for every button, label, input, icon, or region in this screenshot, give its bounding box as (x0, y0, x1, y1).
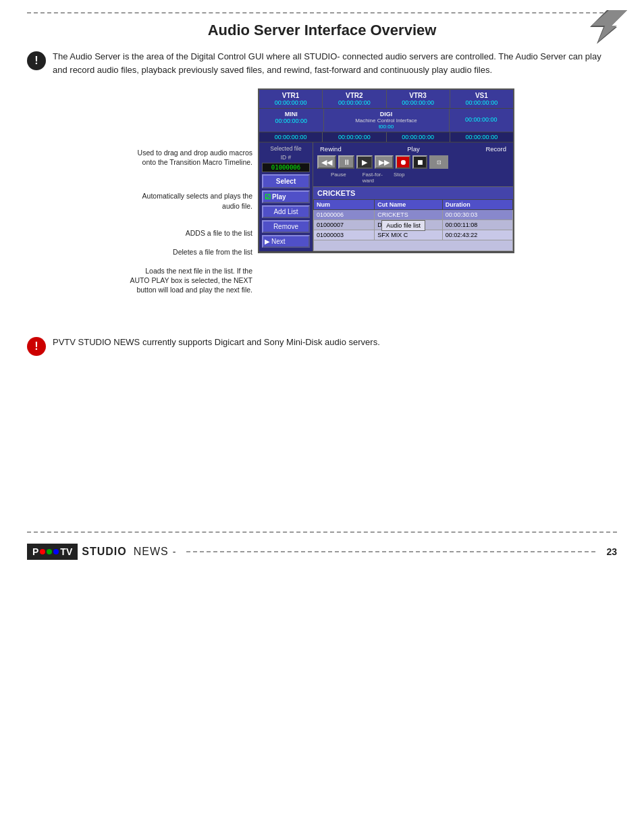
play-btn-label: Play (272, 193, 286, 201)
footer-studio-label: STUDIO (82, 546, 126, 558)
audio-file-list-overlay: Audio file list (381, 220, 425, 231)
col-num: Num (314, 200, 375, 210)
file-duration-2: 00:00:11:08 (442, 220, 512, 230)
mini-time: 00:00:00:00 (261, 118, 322, 124)
id-value: 01000006 (262, 163, 310, 172)
tc4: 00:00:00:00 (450, 132, 513, 142)
vtr2-cell: VTR2 00:00:00:00 (323, 90, 386, 108)
select-button[interactable]: Select (262, 174, 310, 188)
top-divider (27, 12, 617, 14)
pause-label: Pause (331, 172, 346, 184)
stop-label: Stop (394, 172, 404, 184)
vtr1-name: VTR1 (261, 92, 321, 99)
file-num-1: 01000006 (314, 210, 375, 220)
file-name-3: SFX MIX C (375, 230, 442, 240)
intro-text: The Audio Server is the area of the Digi… (53, 50, 617, 76)
next-arrow-icon: ▶ (265, 238, 270, 245)
intro-note-box: ! The Audio Server is the area of the Di… (27, 50, 617, 76)
tc1: 00:00:00:00 (259, 132, 323, 142)
crickets-row: CRICKETS (313, 186, 513, 199)
rpr-row: Rewind Play Record (313, 142, 513, 153)
digi-time: t00:00 (325, 124, 448, 130)
stop-btn[interactable]: ⏹ (412, 155, 427, 169)
rewind-btn[interactable]: ◀◀ (317, 155, 336, 169)
machine-control-label: Machine Control Interface (325, 118, 448, 124)
record-label: Record (485, 145, 506, 153)
ff-btn[interactable]: ▶▶ (375, 155, 394, 169)
current-cut-name: CRICKETS (317, 189, 355, 197)
vtr3-cell: VTR3 00:00:00:00 (387, 90, 450, 108)
vtr-header-row: VTR1 00:00:00:00 VTR2 00:00:00:00 VTR3 0… (259, 90, 513, 109)
file-duration-3: 00:02:43:22 (442, 230, 512, 240)
mini-cell: MINI 00:00:00:00 (259, 109, 324, 132)
table-row[interactable]: 01000007 DUCKS Audio file list 00:00:11:… (314, 220, 513, 230)
file-num-2: 01000007 (314, 220, 375, 230)
table-row[interactable]: 01000003 SFX MIX C 00:02:43:22 (314, 230, 513, 240)
dot-red (40, 549, 45, 554)
id-label: ID # (262, 154, 310, 161)
vs1-cell: VS1 00:00:00:00 (450, 90, 513, 108)
file-name-1: CRICKETS (375, 210, 442, 220)
play-label: Play (348, 145, 479, 153)
add-list-button[interactable]: Add List (262, 205, 310, 218)
logo-tv: TV (60, 546, 72, 557)
tc-row: 00:00:00:00 00:00:00:00 00:00:00:00 00:0… (259, 132, 513, 142)
callouts-left: Used to drag and drop audio macros onto … (130, 88, 258, 295)
bottom-note-box: ! PVTV STUDIO NEWS currently supports Di… (27, 336, 617, 356)
vtr2-time: 00:00:00:00 (324, 99, 384, 106)
file-list-table: Num Cut Name Duration 01000006 CRICKETS … (313, 199, 513, 251)
tc-cell2: 00:00:00:00 (450, 109, 514, 132)
file-duration-1: 00:00:30:03 (442, 210, 512, 220)
mini-label: MINI (261, 111, 322, 118)
audio-server-ui: VTR1 00:00:00:00 VTR2 00:00:00:00 VTR3 0… (258, 88, 514, 253)
table-row-empty (314, 240, 513, 251)
table-row[interactable]: 01000006 CRICKETS 00:00:30:03 (314, 210, 513, 220)
remove-button[interactable]: Remove (262, 220, 310, 233)
col-duration: Duration (442, 200, 512, 210)
rewind-label: Rewind (320, 145, 342, 153)
callout-adds-file: ADDS a file to the list (186, 228, 252, 238)
selected-file-label: Selected file (262, 145, 310, 152)
vtr3-time: 00:00:00:00 (388, 99, 448, 106)
tc3: 00:00:00:00 (387, 132, 450, 142)
right-panel: Rewind Play Record ◀◀ ⏸ ▶ ▶▶ ⏺ ⏹ ⊡ Pause (313, 142, 513, 251)
file-num-3: 01000003 (314, 230, 375, 240)
next-btn-label: Next (271, 238, 286, 245)
play-button[interactable]: ☑ Play (262, 190, 310, 203)
file-name-2: DUCKS Audio file list (375, 220, 442, 230)
vtr1-cell: VTR1 00:00:00:00 (259, 90, 323, 108)
play-transport-btn[interactable]: ▶ (356, 155, 373, 169)
callout-auto-select: Automatically selects and plays the audi… (130, 191, 252, 210)
mini-digi-row: MINI 00:00:00:00 DIGI Machine Control In… (259, 109, 513, 132)
bottom-note-text: PVTV STUDIO NEWS currently supports Digi… (53, 336, 380, 349)
bottom-divider (27, 531, 617, 533)
digi-cell: DIGI Machine Control Interface t00:00 (324, 109, 450, 132)
pause-btn[interactable]: ⏸ (338, 155, 354, 169)
footer-dashes (186, 551, 595, 552)
callout-deletes-file: Deletes a file from the list (173, 247, 252, 257)
note-icon: ! (27, 51, 46, 70)
footer: P TV STUDIO NEWS - 23 (27, 544, 617, 573)
bottom-note-icon: ! (27, 337, 46, 356)
logo-p: P (32, 546, 38, 557)
file-list-container: Num Cut Name Duration 01000006 CRICKETS … (313, 199, 513, 251)
next-button[interactable]: ▶ Next (262, 235, 310, 248)
frame-btn[interactable]: ⊡ (429, 155, 448, 169)
diagram-area: Used to drag and drop audio macros onto … (20, 88, 624, 295)
callout-loads-next: Loads the next file in the list. If the … (130, 266, 252, 295)
vs1-name: VS1 (452, 92, 512, 99)
play-check-icon: ☑ (265, 193, 271, 201)
dot-blue (53, 549, 59, 554)
vtr1-time: 00:00:00:00 (261, 99, 321, 106)
vtr2-name: VTR2 (324, 92, 384, 99)
left-controls: Selected file ID # 01000006 Select ☑ Pla… (259, 142, 313, 251)
transport-label-row: Pause Fast-for-ward Stop (313, 172, 513, 186)
logo-top-right (583, 7, 630, 46)
callout-drag-drop: Used to drag and drop audio macros onto … (130, 148, 252, 167)
footer-dash-after-news: - (173, 546, 176, 557)
vtr3-name: VTR3 (388, 92, 448, 99)
footer-logo: P TV STUDIO NEWS - (27, 544, 176, 560)
page-title: Audio Server Interface Overview (27, 22, 617, 39)
record-btn[interactable]: ⏺ (396, 155, 410, 169)
col-name: Cut Name (375, 200, 442, 210)
